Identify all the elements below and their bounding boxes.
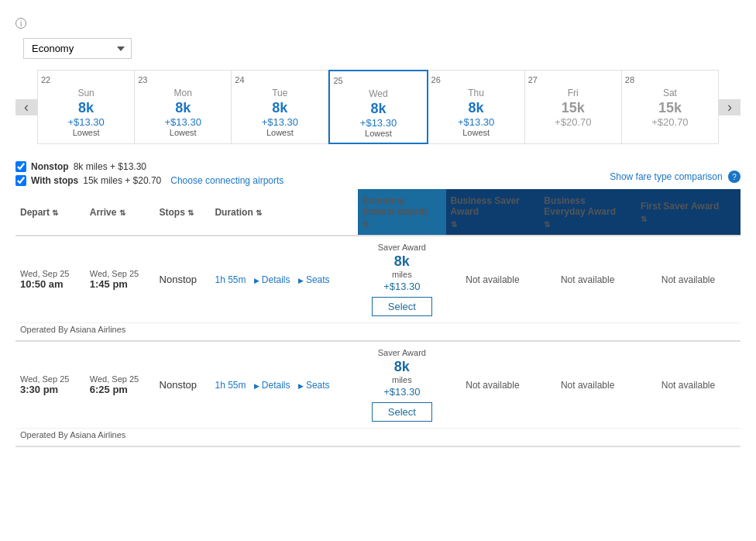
economy-select-button[interactable]: Select [372,297,432,316]
economy-price: +$13.30 [363,386,442,398]
calendar-day-24[interactable]: 24 Tue 8k +$13.30 Lowest [232,70,328,144]
arrive-sort-icon: ⇅ [119,208,125,217]
seats-link[interactable]: Seats [298,380,329,391]
calendar-day-22[interactable]: 22 Sun 8k +$13.30 Lowest [37,70,135,144]
details-link[interactable]: Details [254,274,290,285]
fare-comparison-link[interactable]: Show fare type comparison [610,171,722,182]
day-num: 28 [625,75,634,84]
economy-miles: 8k [363,253,442,270]
economy-sort-icon: ⇅ [363,220,442,229]
col-economy-award[interactable]: Economy(lowest award) ⇅ [358,189,446,236]
depart-date: Wed, Sep 25 [20,269,81,278]
calendar-day-28[interactable]: 28 Sat 15k +$20.70 [622,70,719,144]
col-depart[interactable]: Depart ⇅ [15,189,85,236]
day-price: +$13.30 [235,116,325,128]
details-link[interactable]: Details [254,380,290,391]
day-num: 24 [235,75,244,84]
business-everyday-value: Not available [561,274,614,285]
info-bar: i [15,18,741,29]
economy-select-button[interactable]: Select [372,402,432,422]
economy-miles-unit: miles [363,270,442,279]
business-saver-sort-icon: ⇅ [451,220,535,229]
calendar-prev-button[interactable]: ‹ [15,99,37,115]
col-first-saver[interactable]: First Saver Award ⇅ [636,189,741,236]
first-saver-cell: Not available [636,341,741,429]
day-miles: 15k [625,100,715,116]
nonstop-filter: Nonstop 8k miles + $13.30 [15,161,610,172]
day-price: +$13.30 [431,116,521,128]
col-business-everyday[interactable]: BusinessEveryday Award ⇅ [539,189,636,236]
seats-link[interactable]: Seats [298,274,329,285]
results-body: Wed, Sep 25 10:50 am Wed, Sep 25 1:45 pm… [15,236,741,446]
day-name: Tue [235,88,325,98]
day-name: Sat [625,88,715,98]
economy-price: +$13.30 [363,281,442,292]
day-miles: 8k [431,100,521,116]
divider-row [15,446,741,446]
calendar-next-button[interactable]: › [719,99,741,115]
business-everyday-cell: Not available [539,341,636,429]
operated-by-text: Operated By Asiana Airlines [15,323,741,341]
calendar-days: 22 Sun 8k +$13.30 Lowest 23 Mon 8k +$13.… [37,70,719,144]
table-row: Wed, Sep 25 10:50 am Wed, Sep 25 1:45 pm… [15,236,741,323]
with-stops-checkbox[interactable] [15,175,26,186]
fare-filter-row: Economy Business First [15,38,741,59]
day-price: +$13.30 [138,116,228,128]
choose-connecting-link[interactable]: Choose connecting airports [170,175,284,186]
arrive-time: 1:45 pm [90,278,150,290]
calendar-day-25[interactable]: 25 Wed 8k +$13.30 Lowest [328,70,428,144]
col-business-saver[interactable]: Business SaverAward ⇅ [446,189,540,236]
col-duration[interactable]: Duration ⇅ [210,189,358,236]
calendar-day-23[interactable]: 23 Mon 8k +$13.30 Lowest [135,70,232,144]
day-lowest-label: Lowest [138,128,228,137]
day-name: Sun [41,88,131,98]
depart-date: Wed, Sep 25 [20,374,81,384]
operated-by-row: Operated By Asiana Airlines [15,429,741,446]
col-arrive[interactable]: Arrive ⇅ [85,189,155,236]
day-price: +$13.30 [333,117,423,129]
nonstop-checkbox[interactable] [15,161,26,172]
nonstop-value: 8k miles + $13.30 [74,161,146,172]
duration-value: 1h 55m [215,380,246,391]
duration-cell: 1h 55m Details Seats [210,341,358,429]
business-everyday-value: Not available [561,380,614,391]
filter-checks: Nonstop 8k miles + $13.30 With stops 15k… [15,161,610,189]
help-icon[interactable]: ? [728,171,741,183]
stops-value: Nonstop [160,274,197,285]
day-miles: 15k [528,100,618,116]
arrive-cell: Wed, Sep 25 1:45 pm [85,236,155,323]
arrive-cell: Wed, Sep 25 6:25 pm [85,341,155,429]
day-name: Mon [138,88,228,98]
first-saver-cell: Not available [636,236,741,323]
business-everyday-sort-icon: ⇅ [544,220,631,229]
calendar-day-27[interactable]: 27 Fri 15k +$20.70 [525,70,622,144]
depart-sort-icon: ⇅ [52,208,58,217]
day-price: +$13.30 [41,116,131,128]
calendar-section: ‹ 22 Sun 8k +$13.30 Lowest 23 Mon 8k +$1… [15,70,741,149]
calendar-day-26[interactable]: 26 Thu 8k +$13.30 Lowest [428,70,525,144]
stops-cell: Nonstop [155,341,211,429]
day-price: +$20.70 [625,116,715,128]
with-stops-filter: With stops 15k miles + $20.70 Choose con… [15,175,610,186]
arrive-date: Wed, Sep 25 [90,269,150,278]
economy-award-label: Saver Award [363,348,442,357]
economy-miles-unit: miles [363,375,442,384]
business-saver-value: Not available [466,380,519,391]
table-row: Wed, Sep 25 3:30 pm Wed, Sep 25 6:25 pm … [15,341,741,429]
with-stops-value: 15k miles + $20.70 [83,175,161,186]
day-miles: 8k [138,100,228,116]
business-saver-value: Not available [466,274,519,285]
economy-miles: 8k [363,359,442,375]
day-miles: 8k [41,100,131,116]
first-saver-value: Not available [662,380,715,391]
economy-fare-cell: Saver Award 8k miles +$13.30 Select [358,236,446,323]
fare-filter-select[interactable]: Economy Business First [23,38,132,59]
first-saver-value: Not available [662,274,715,285]
day-num: 27 [528,75,538,84]
operated-by-text: Operated By Asiana Airlines [15,429,741,446]
duration-sort-icon: ⇅ [256,208,262,217]
day-num: 22 [41,75,50,84]
col-stops[interactable]: Stops ⇅ [155,189,211,236]
stops-sort-icon: ⇅ [187,208,194,217]
stops-cell: Nonstop [155,236,211,323]
